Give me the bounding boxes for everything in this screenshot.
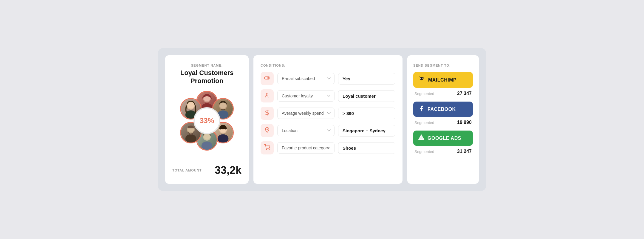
cond-select-2[interactable]: Average weekly spend bbox=[277, 108, 335, 119]
cond-icon-person bbox=[264, 92, 270, 100]
cond-icon-dollar bbox=[264, 110, 270, 117]
condition-row-2: Average weekly spend > $90 bbox=[261, 107, 395, 120]
divider bbox=[172, 159, 242, 159]
percentage-circle: 33% bbox=[193, 107, 220, 134]
cond-value-0: Yes bbox=[338, 73, 395, 85]
dest-btn-facebook[interactable]: FACEBOOK bbox=[413, 102, 473, 117]
svg-marker-32 bbox=[419, 135, 424, 140]
cond-value-4: Shoes bbox=[338, 142, 395, 154]
segment-label: SEGMENT NAME: bbox=[172, 64, 242, 67]
dest-btn-googleads[interactable]: GOOGLE ADS bbox=[413, 131, 473, 146]
total-value: 33,2k bbox=[215, 164, 242, 177]
condition-row-4: Favorite product category Shoes bbox=[261, 141, 395, 154]
dest-btn-mailchimp[interactable]: MAILCHIMP bbox=[413, 72, 473, 88]
middle-panel: CONDITIONS: E-mail subscribed Yes Custom… bbox=[253, 55, 402, 184]
conditions-container: E-mail subscribed Yes Customer loyalty L… bbox=[261, 72, 395, 159]
svg-point-24 bbox=[269, 149, 270, 150]
dest-segmented-value-googleads: 31 247 bbox=[457, 149, 472, 154]
svg-rect-18 bbox=[264, 76, 270, 79]
dest-segmented-label-facebook: Segmented bbox=[414, 120, 434, 125]
avatar-cluster: 33% bbox=[177, 91, 237, 151]
dest-name-googleads: GOOGLE ADS bbox=[428, 136, 461, 141]
cond-value-1: Loyal customer bbox=[338, 90, 395, 102]
cond-select-3[interactable]: Location bbox=[277, 125, 335, 136]
conditions-label: CONDITIONS: bbox=[261, 64, 395, 67]
dest-icon-facebook bbox=[418, 105, 425, 113]
cond-value-2: > $90 bbox=[338, 108, 395, 119]
dest-segmented-label-mailchimp: Segmented bbox=[414, 91, 434, 96]
condition-row-1: Customer loyalty Loyal customer bbox=[261, 89, 395, 102]
total-label: TOTAL AMOUNT bbox=[172, 168, 202, 172]
cond-select-0[interactable]: E-mail subscribed bbox=[277, 73, 335, 84]
percentage-text: 33% bbox=[200, 117, 214, 125]
total-row: TOTAL AMOUNT 33,2k bbox=[172, 164, 242, 177]
dest-stats-mailchimp: Segmented 27 347 bbox=[413, 88, 473, 97]
cond-icon-wrap-4 bbox=[261, 141, 274, 154]
dest-card-googleads: GOOGLE ADS Segmented 31 247 bbox=[413, 131, 473, 155]
svg-point-19 bbox=[267, 77, 269, 79]
dest-segmented-value-mailchimp: 27 347 bbox=[457, 91, 472, 96]
dest-card-mailchimp: MAILCHIMP Segmented 27 347 bbox=[413, 72, 473, 97]
svg-point-7 bbox=[218, 134, 229, 143]
dest-stats-googleads: Segmented 31 247 bbox=[413, 146, 473, 155]
send-label: SEND SEGMENT TO: bbox=[413, 64, 473, 67]
cond-select-4[interactable]: Favorite product category bbox=[277, 142, 335, 154]
cond-icon-wrap-2 bbox=[261, 107, 274, 120]
svg-point-29 bbox=[421, 78, 421, 79]
cond-icon-cart bbox=[264, 144, 270, 152]
svg-point-22 bbox=[267, 128, 268, 130]
svg-point-20 bbox=[266, 93, 268, 95]
main-wrapper: SEGMENT NAME: Loyal Customers Promotion bbox=[158, 48, 486, 191]
dest-stats-facebook: Segmented 19 990 bbox=[413, 117, 473, 126]
left-panel: SEGMENT NAME: Loyal Customers Promotion bbox=[165, 55, 249, 184]
svg-point-10 bbox=[202, 141, 213, 150]
cond-icon-toggle bbox=[264, 75, 270, 82]
dest-segmented-label-googleads: Segmented bbox=[414, 149, 434, 154]
cond-icon-location bbox=[264, 127, 270, 134]
dest-card-facebook: FACEBOOK Segmented 19 990 bbox=[413, 102, 473, 126]
cond-value-3: Singapore + Sydney bbox=[338, 125, 395, 137]
dest-name-facebook: FACEBOOK bbox=[428, 107, 456, 112]
segment-name: Loyal Customers Promotion bbox=[172, 69, 242, 85]
svg-point-31 bbox=[422, 77, 424, 79]
cond-icon-wrap-1 bbox=[261, 89, 274, 102]
dest-icon-mailchimp bbox=[418, 76, 425, 84]
cond-select-1[interactable]: Customer loyalty bbox=[277, 90, 335, 102]
destinations-container: MAILCHIMP Segmented 27 347 FACEBOOK Segm… bbox=[413, 72, 473, 160]
svg-point-23 bbox=[266, 149, 267, 150]
cond-icon-wrap-3 bbox=[261, 124, 274, 137]
svg-point-17 bbox=[188, 102, 194, 108]
dest-name-mailchimp: MAILCHIMP bbox=[428, 77, 456, 83]
condition-row-0: E-mail subscribed Yes bbox=[261, 72, 395, 85]
right-panel: SEND SEGMENT TO: MAILCHIMP Segmented 27 … bbox=[407, 55, 479, 184]
svg-point-13 bbox=[185, 134, 196, 143]
dest-icon-googleads bbox=[418, 134, 425, 142]
condition-row-3: Location Singapore + Sydney bbox=[261, 124, 395, 137]
cond-icon-wrap-0 bbox=[261, 72, 274, 85]
dest-segmented-value-facebook: 19 990 bbox=[457, 120, 472, 125]
